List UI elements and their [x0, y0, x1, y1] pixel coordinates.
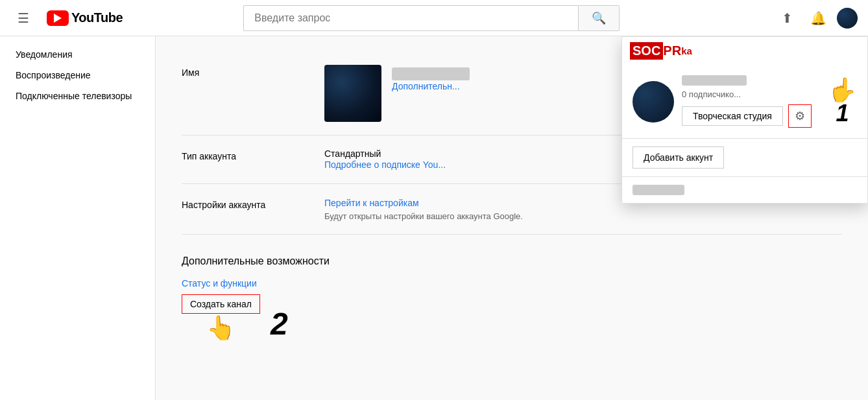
hand-cursor-1: 👆	[828, 78, 857, 102]
brand-ka: ka	[681, 45, 692, 56]
brand-pr: PR	[663, 43, 681, 58]
bell-icon: 🔔	[810, 10, 826, 26]
dropdown-subs: 0 подписчико...	[682, 89, 815, 99]
account-settings-info: Перейти к настройкам Будут открыты настр…	[324, 197, 523, 221]
notifications-button[interactable]: 🔔	[806, 5, 832, 31]
brand-logo: SOC PRka	[630, 42, 692, 60]
name-edit-link[interactable]: Дополнительн...	[392, 81, 460, 91]
logo[interactable]: YouTube	[47, 10, 123, 26]
add-account-button[interactable]: Добавить аккунт	[633, 147, 724, 169]
hand-cursor-2: 👆	[206, 316, 235, 340]
youtube-logo-text: YouTube	[71, 10, 123, 25]
settings-gear-button[interactable]: ⚙	[788, 104, 812, 128]
account-settings-link[interactable]: Перейти к настройкам	[324, 198, 419, 208]
step-number-2: 2	[271, 309, 288, 340]
settings-label-name: Имя	[182, 65, 324, 78]
sidebar: Уведомления Воспроизведение Подключенные…	[0, 36, 156, 400]
youtube-logo-icon	[47, 10, 69, 26]
sidebar-item-label: Уведомления	[16, 49, 73, 60]
step-1-area: 👆 1	[828, 78, 857, 125]
search-icon: 🔍	[592, 11, 606, 25]
dropdown-actions: Творческая студия ⚙	[682, 104, 815, 128]
header-right: ⬆ 🔔	[775, 5, 858, 31]
dropdown-username-blurred	[682, 75, 747, 86]
header-left: ☰ YouTube	[10, 5, 166, 31]
sidebar-item-notifications[interactable]: Уведомления	[0, 44, 155, 65]
account-settings-subtext: Будут открыты настройки вашего аккаунта …	[324, 211, 523, 221]
main-content: Имя Дополнительн... Тип аккаунта Стандар…	[156, 36, 868, 400]
dropdown-avatar	[633, 81, 674, 123]
settings-label-account-settings: Настройки аккаунта	[182, 197, 324, 210]
avatar	[837, 8, 858, 29]
settings-label-account-type: Тип аккаунта	[182, 148, 324, 161]
dropdown-user-section: 0 подписчико... Творческая студия ⚙ Наст…	[622, 65, 867, 139]
sidebar-item-tvs[interactable]: Подключенные телевизоры	[0, 86, 155, 106]
dropdown-brand-header: SOC PRka	[622, 37, 867, 65]
channel-name-area: Дополнительн...	[392, 65, 470, 92]
additional-section: Дополнительные возможности Статус и функ…	[182, 255, 842, 340]
studio-button[interactable]: Творческая студия	[682, 106, 783, 126]
upload-button[interactable]: ⬆	[775, 5, 801, 31]
dropdown-exit-section	[622, 177, 867, 203]
layout: Уведомления Воспроизведение Подключенные…	[0, 36, 868, 400]
search-bar: 🔍	[243, 5, 620, 31]
brand-soc: SOC	[630, 42, 663, 60]
search-input[interactable]	[243, 5, 578, 31]
upload-icon: ⬆	[782, 10, 793, 26]
user-dropdown: SOC PRka 0 подписчико... Творческая студ…	[621, 36, 868, 204]
create-channel-button[interactable]: Создать канал	[182, 294, 260, 314]
account-type-link[interactable]: Подробнее о подписке You...	[324, 159, 446, 170]
header: ☰ YouTube 🔍 ⬆ 🔔	[0, 0, 868, 36]
status-link[interactable]: Статус и функции	[182, 278, 257, 288]
sidebar-item-label: Воспроизведение	[16, 70, 91, 80]
sidebar-item-playback[interactable]: Воспроизведение	[0, 65, 155, 86]
gear-icon: ⚙	[795, 109, 805, 123]
search-button[interactable]: 🔍	[578, 5, 620, 31]
sidebar-item-label: Подключенные телевизоры	[16, 91, 132, 101]
account-type-info: Стандартный Подробнее о подписке You...	[324, 148, 446, 171]
step-number-1: 1	[836, 102, 849, 125]
dropdown-add-account-section: Добавить аккунт	[622, 139, 867, 177]
channel-thumbnail	[324, 65, 381, 122]
account-type-text: Стандартный	[324, 148, 446, 159]
additional-title: Дополнительные возможности	[182, 255, 842, 267]
exit-blurred	[633, 185, 684, 195]
channel-name-blurred	[392, 67, 470, 80]
avatar-button[interactable]	[837, 8, 858, 29]
create-channel-label: Создать канал	[190, 299, 252, 309]
menu-button[interactable]: ☰	[10, 5, 36, 31]
dropdown-user-info: 0 подписчико... Творческая студия ⚙	[682, 75, 815, 128]
